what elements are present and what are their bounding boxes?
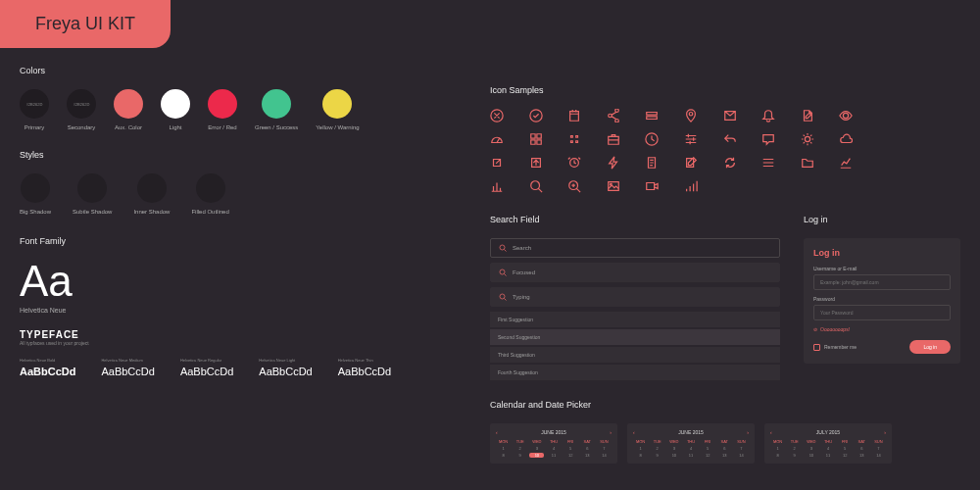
calendar-day[interactable]: 4 — [683, 446, 698, 451]
swatch-success — [262, 89, 291, 119]
note-icon — [645, 156, 659, 170]
calendar-day[interactable]: 8 — [770, 453, 785, 458]
calendar-day[interactable]: 1 — [633, 446, 648, 451]
calendar-day[interactable]: 2 — [787, 446, 802, 451]
calendar-day[interactable]: 12 — [564, 453, 578, 458]
calendar-day[interactable]: 5 — [564, 446, 578, 451]
video-icon — [645, 179, 659, 193]
zoom-icon — [567, 179, 581, 193]
swatch-warning — [322, 89, 352, 119]
calendar-day[interactable]: 11 — [683, 453, 698, 458]
calendar-day[interactable]: 14 — [597, 453, 612, 458]
swatch-primary: #2B262D — [20, 89, 49, 119]
speed-icon — [490, 132, 504, 146]
calendar-day[interactable]: 4 — [546, 446, 561, 451]
signal-icon — [684, 179, 698, 193]
calendar-widget[interactable]: ‹JULY 2015›MONTUEWEDTHUFRISATSUN12345678… — [764, 423, 892, 464]
calendar-day[interactable]: 1 — [496, 446, 511, 451]
style-subtle-shadow — [77, 173, 107, 203]
calendar-day[interactable]: 5 — [701, 446, 715, 451]
calendar-day[interactable]: 2 — [650, 446, 664, 451]
reply-icon — [723, 132, 737, 146]
calendar-day[interactable]: 6 — [717, 446, 732, 451]
remember-checkbox[interactable]: Remember me — [813, 344, 857, 351]
password-input[interactable] — [813, 305, 951, 320]
bell-icon — [761, 109, 775, 122]
calendar-day[interactable]: 6 — [580, 446, 595, 451]
pin-icon — [684, 109, 698, 122]
styles-heading: Styles — [20, 150, 451, 160]
calendar-day[interactable]: 10 — [666, 453, 681, 458]
login-button[interactable]: Log in — [909, 340, 951, 354]
search-input-default[interactable]: Search — [490, 238, 780, 258]
suggestion-item[interactable]: First Suggestion — [490, 312, 780, 327]
login-heading: Log in — [804, 215, 960, 224]
calendar-day[interactable]: 9 — [650, 453, 664, 458]
calendar-widget[interactable]: ‹JUNE 2015›MONTUEWEDTHUFRISATSUN12345678… — [490, 423, 617, 464]
share-icon — [607, 109, 620, 122]
swatch-light — [161, 89, 190, 119]
calendar-widget[interactable]: ‹JUNE 2015›MONTUEWEDTHUFRISATSUN12345678… — [627, 423, 755, 464]
calendar-day[interactable]: 7 — [734, 446, 749, 451]
search-input-typing[interactable]: Typing — [490, 287, 780, 307]
calendar-day[interactable]: 7 — [597, 446, 612, 451]
calendar-day[interactable]: 9 — [787, 453, 802, 458]
next-month-icon[interactable]: › — [884, 429, 886, 435]
menu-icon — [761, 156, 775, 170]
suggestion-item[interactable]: Fourth Suggestion — [490, 365, 780, 380]
search-input-focused[interactable]: Focused — [490, 263, 780, 282]
comment-icon — [761, 132, 775, 146]
calendar-day[interactable]: 14 — [871, 453, 886, 458]
swatch-secondary: #2B262D — [67, 89, 96, 119]
calendar-day[interactable]: 2 — [513, 446, 527, 451]
password-label: Password — [813, 296, 951, 302]
chart-line-icon — [839, 156, 853, 170]
calendar-day[interactable]: 4 — [820, 446, 835, 451]
calendar-day[interactable]: 3 — [804, 446, 818, 451]
prev-month-icon[interactable]: ‹ — [770, 429, 772, 435]
external-icon — [490, 156, 504, 170]
typeface-sub: All typfaces used in your project — [20, 340, 451, 346]
prev-month-icon[interactable]: ‹ — [633, 429, 635, 435]
month-label: JUNE 2015 — [541, 429, 566, 435]
alarm-icon — [567, 156, 581, 170]
suggestion-item[interactable]: Second Suggestion — [490, 329, 780, 345]
calendar-day[interactable]: 7 — [871, 446, 886, 451]
next-month-icon[interactable]: › — [610, 429, 612, 435]
search-icon — [499, 244, 507, 252]
calendar-day[interactable]: 3 — [666, 446, 681, 451]
checkbox-icon — [813, 344, 820, 351]
calendar-day[interactable]: 8 — [496, 453, 511, 458]
swatch-error — [208, 89, 237, 119]
calendar-day[interactable]: 6 — [855, 446, 869, 451]
next-month-icon[interactable]: › — [747, 429, 749, 435]
month-label: JUNE 2015 — [678, 429, 704, 435]
login-form: Log in Username or E-mail Password ⊘Oooo… — [804, 238, 960, 364]
calendar-day[interactable]: 12 — [701, 453, 715, 458]
suggestion-item[interactable]: Third Suggestion — [490, 347, 780, 363]
calendar-day[interactable]: 12 — [838, 453, 853, 458]
calendar-day[interactable]: 5 — [838, 446, 853, 451]
calendar-day[interactable]: 1 — [770, 446, 785, 451]
prev-month-icon[interactable]: ‹ — [496, 429, 498, 435]
username-input[interactable] — [813, 274, 951, 290]
calendar-day[interactable]: 11 — [546, 453, 561, 458]
calendar-day[interactable]: 3 — [529, 446, 544, 451]
style-inner-shadow — [137, 173, 167, 203]
calendar-day[interactable]: 10 — [804, 453, 818, 458]
kit-title-badge: Freya UI KIT — [0, 0, 171, 48]
edit-doc-icon — [801, 109, 814, 122]
refresh-icon — [723, 156, 737, 170]
calendar-day[interactable]: 8 — [633, 453, 648, 458]
calendar-day[interactable]: 9 — [513, 453, 527, 458]
calendar-day[interactable]: 13 — [717, 453, 732, 458]
calendar-heading: Calendar and Date Picker — [490, 400, 960, 410]
chart-bar-icon — [490, 179, 504, 193]
calendar-day[interactable]: 10 — [529, 453, 544, 458]
calendar-day[interactable]: 11 — [820, 453, 835, 458]
calendar-day[interactable]: 14 — [734, 453, 749, 458]
search-icon — [499, 293, 507, 301]
calendar-day[interactable]: 13 — [855, 453, 869, 458]
calendar-day[interactable]: 13 — [580, 453, 595, 458]
login-form-title: Log in — [813, 248, 951, 258]
